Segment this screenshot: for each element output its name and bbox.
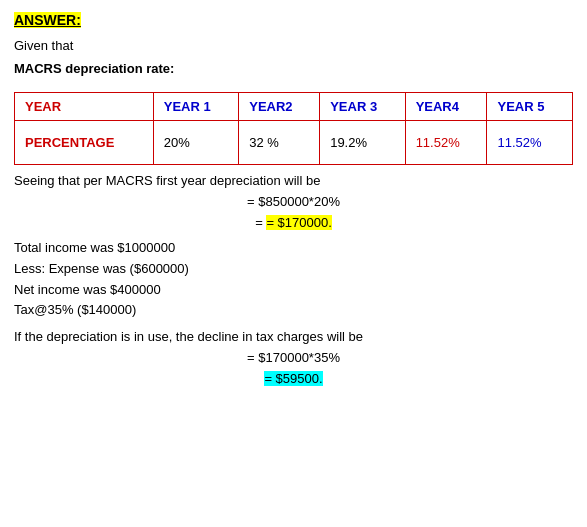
table-data-row: PERCENTAGE 20% 32 % 19.2% 11.52% 11.52% <box>15 121 573 165</box>
answer-heading: ANSWER: <box>14 12 81 28</box>
income-line4: Tax@35% ($140000) <box>14 300 573 321</box>
val-year5: 11.52% <box>487 121 573 165</box>
val-year3: 19.2% <box>320 121 405 165</box>
val-year4: 11.52% <box>405 121 487 165</box>
col-year3: YEAR 3 <box>320 93 405 121</box>
given-that: Given that <box>14 38 573 53</box>
val-year2: 32 % <box>239 121 320 165</box>
table-container: YEAR YEAR 1 YEAR2 YEAR 3 YEAR4 YEAR 5 PE… <box>14 92 573 165</box>
calc2-result-line: = $59500. <box>14 371 573 386</box>
calc1-result-text: = <box>255 215 266 230</box>
answer-heading-wrapper: ANSWER: <box>14 12 573 28</box>
income-line3: Net income was $400000 <box>14 280 573 301</box>
calc1-line: = $850000*20% <box>14 194 573 209</box>
col-year4: YEAR4 <box>405 93 487 121</box>
depreciation-note: If the depreciation is in use, the decli… <box>14 329 573 344</box>
macrs-table: YEAR YEAR 1 YEAR2 YEAR 3 YEAR4 YEAR 5 PE… <box>14 92 573 165</box>
table-header-row: YEAR YEAR 1 YEAR2 YEAR 3 YEAR4 YEAR 5 <box>15 93 573 121</box>
macrs-label: MACRS depreciation rate: <box>14 61 573 76</box>
val-year1: 20% <box>153 121 238 165</box>
calc2-result-value: = $59500. <box>264 371 322 386</box>
row-label: PERCENTAGE <box>15 121 154 165</box>
col-year2: YEAR2 <box>239 93 320 121</box>
calc1-result-value: = $170000. <box>266 215 331 230</box>
col-year: YEAR <box>15 93 154 121</box>
col-year5: YEAR 5 <box>487 93 573 121</box>
income-block: Total income was $1000000 Less: Expense … <box>14 238 573 321</box>
note-text: Seeing that per MACRS first year depreci… <box>14 173 573 188</box>
col-year1: YEAR 1 <box>153 93 238 121</box>
income-line1: Total income was $1000000 <box>14 238 573 259</box>
income-line2: Less: Expense was ($600000) <box>14 259 573 280</box>
calc1-result-line: = = $170000. <box>14 215 573 230</box>
calc2-line: = $170000*35% <box>14 350 573 365</box>
